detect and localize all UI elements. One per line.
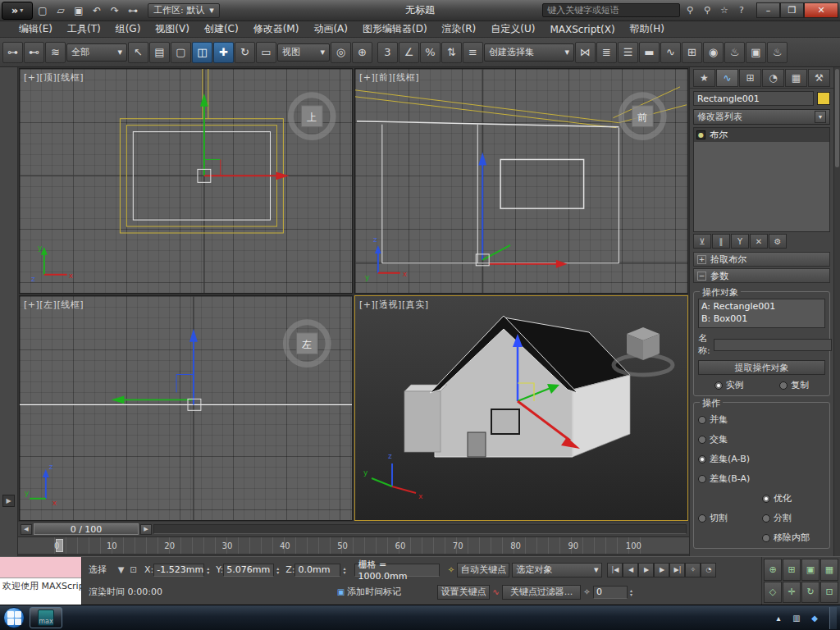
new-scene-button[interactable]: ▢ <box>34 2 51 19</box>
viewport-perspective[interactable]: z x y [+][透视][真实] <box>354 295 688 521</box>
viewport-perspective-canvas[interactable]: z x y <box>355 296 687 520</box>
modifier-list-dropdown[interactable]: 修改器列表 ▾ <box>693 109 830 125</box>
zoom-extents-icon[interactable]: ▣ <box>801 559 819 581</box>
stack-item-boolean[interactable]: ● 布尔 <box>694 128 829 142</box>
render-setup-icon[interactable]: ♨ <box>724 42 745 63</box>
open-file-button[interactable]: ▱ <box>52 2 69 19</box>
extract-operand-button[interactable]: 提取操作对象 <box>698 360 825 375</box>
undo-button[interactable]: ↶ <box>89 2 105 19</box>
render-icon[interactable]: ♨ <box>767 42 788 63</box>
cut-remove-inside-radio[interactable]: 移除内部 <box>762 532 825 544</box>
percent-snap-icon[interactable]: % <box>420 42 441 63</box>
set-key-button[interactable]: 设置关键点 <box>437 585 490 600</box>
close-button[interactable]: ✕ <box>804 2 838 18</box>
reference-coordinate-dropdown[interactable]: 视图 ▾ <box>277 43 330 62</box>
menu-maxscript[interactable]: MAXScript(X) <box>542 21 622 37</box>
workspace-dropdown[interactable]: 工作区: 默认 ▾ <box>148 3 220 18</box>
pan-icon[interactable]: ✛ <box>783 582 801 604</box>
rendered-frame-icon[interactable]: ▣ <box>746 42 766 63</box>
selection-lock-icon[interactable]: ⊡ <box>127 564 139 576</box>
tab-hierarchy[interactable]: ⊞ <box>739 69 761 87</box>
next-frame-button[interactable]: ▶ <box>654 563 669 578</box>
spinner-snap-icon[interactable]: ⇅ <box>441 42 462 63</box>
move-gizmo[interactable] <box>111 329 200 411</box>
key-filter-scope-dropdown[interactable]: 选定对象 ▾ <box>512 563 602 578</box>
menu-modifiers[interactable]: 修改器(M) <box>246 21 307 37</box>
auto-key-button[interactable]: 自动关键点 <box>457 563 509 578</box>
select-and-rotate-icon[interactable]: ↻ <box>235 42 255 63</box>
selection-region-icon[interactable]: ▢ <box>171 42 191 63</box>
rollout-pick-boolean[interactable]: + 拾取布尔 <box>693 252 830 267</box>
scrollbar-thumb[interactable] <box>835 69 839 167</box>
configure-modifier-icon[interactable]: ⚙ <box>769 234 787 249</box>
orbit-icon[interactable]: ↻ <box>801 582 819 604</box>
intersection-radio[interactable]: 交集 <box>698 433 825 445</box>
union-radio[interactable]: 并集 <box>698 413 825 426</box>
modifier-stack[interactable]: ● 布尔 <box>693 127 830 232</box>
start-button[interactable] <box>3 607 25 628</box>
current-frame-field[interactable]: 0 <box>593 586 628 599</box>
tab-utilities[interactable]: ⚒ <box>808 69 830 87</box>
menu-edit[interactable]: 编辑(E) <box>11 21 60 37</box>
remove-modifier-icon[interactable]: ✕ <box>750 234 768 249</box>
subtraction-ba-radio[interactable]: 差集(B-A) <box>698 472 825 485</box>
tray-network-icon[interactable]: ▥ <box>790 611 803 624</box>
operand-list[interactable]: A: Rectangle001 B: Box001 <box>698 299 825 328</box>
curve-editor-icon[interactable]: ∿ <box>660 42 681 63</box>
operand-a[interactable]: A: Rectangle001 <box>701 300 822 313</box>
x-spinner[interactable] <box>204 566 212 574</box>
cut-radio[interactable]: 切割 <box>698 492 762 544</box>
material-editor-icon[interactable]: ◉ <box>703 42 724 63</box>
pin-stack-icon[interactable]: ⊻ <box>693 234 711 249</box>
schematic-view-icon[interactable]: ⊞ <box>682 42 702 63</box>
make-unique-icon[interactable]: Y <box>731 234 749 249</box>
show-hidden-icons[interactable]: ▴ <box>772 611 785 624</box>
named-selection-dropdown[interactable]: 创建选择集 ▾ <box>484 43 574 62</box>
operand-b[interactable]: B: Box001 <box>701 313 822 325</box>
key-filters-button[interactable]: 关键点过滤器... <box>502 585 581 600</box>
viewport-top-label[interactable]: [+][顶][线框] <box>24 71 84 84</box>
viewcube[interactable]: 前 <box>621 95 664 138</box>
viewport-front-canvas[interactable]: z x y 前 <box>355 69 687 294</box>
minimize-button[interactable]: – <box>756 2 780 18</box>
viewport-top-canvas[interactable]: y x z 上 <box>20 69 352 294</box>
viewport-left-canvas[interactable]: z y x 左 <box>20 296 352 521</box>
search-input[interactable] <box>542 3 680 17</box>
zoom-all-icon[interactable]: ⊞ <box>783 559 801 581</box>
copy-radio[interactable]: 复制 <box>779 379 809 391</box>
select-and-manipulate-icon[interactable]: ⊕ <box>352 42 372 63</box>
tab-display[interactable]: ▦ <box>785 69 807 87</box>
save-file-button[interactable]: ▣ <box>71 2 87 19</box>
z-spinner[interactable] <box>340 566 348 574</box>
search-icon[interactable]: ⚲ <box>682 3 697 18</box>
y-spinner[interactable] <box>274 566 281 574</box>
play-button[interactable]: ▶ <box>638 563 654 578</box>
maximize-viewport-toggle[interactable]: ⊡ <box>820 582 838 604</box>
add-time-tag[interactable]: 添加时间标记 <box>347 586 418 598</box>
show-end-result-icon[interactable]: ∥ <box>712 234 730 249</box>
field-of-view-icon[interactable]: ◇ <box>764 582 782 604</box>
zoom-icon[interactable]: ⊕ <box>764 559 782 581</box>
instance-radio[interactable]: 实例 <box>714 379 744 391</box>
rollout-parameters[interactable]: − 参数 <box>693 268 830 283</box>
prompt-pin-icon[interactable]: ▼ <box>115 564 127 576</box>
mirror-icon[interactable]: ⋈ <box>575 42 596 63</box>
viewport-left-label[interactable]: [+][左][线框] <box>24 299 84 311</box>
menu-create[interactable]: 创建(C) <box>197 21 246 37</box>
ribbon-toggle-icon[interactable]: ▬ <box>639 42 660 63</box>
edit-named-selections-icon[interactable]: ≡ <box>463 42 483 63</box>
selection-filter-dropdown[interactable]: 全部 ▾ <box>66 43 127 62</box>
viewcube[interactable]: 上 <box>290 95 333 138</box>
angle-snap-icon[interactable]: ∠ <box>399 42 419 63</box>
menu-views[interactable]: 视图(V) <box>148 21 197 37</box>
object-name-field[interactable]: Rectangle001 <box>693 91 814 106</box>
snap-toggle-icon[interactable]: 3 <box>377 42 398 63</box>
frame-spinner[interactable] <box>628 588 635 596</box>
select-object-icon[interactable]: ↖ <box>128 42 148 63</box>
tray-action-center-icon[interactable]: ◆ <box>808 611 821 624</box>
zoom-extents-all-icon[interactable]: ▦ <box>820 559 838 581</box>
cut-split-radio[interactable]: 分割 <box>762 512 825 524</box>
menu-tools[interactable]: 工具(T) <box>60 21 108 37</box>
time-slider-track[interactable] <box>153 524 687 534</box>
viewport-left[interactable]: z y x 左 [+][左][线框] <box>19 295 353 521</box>
